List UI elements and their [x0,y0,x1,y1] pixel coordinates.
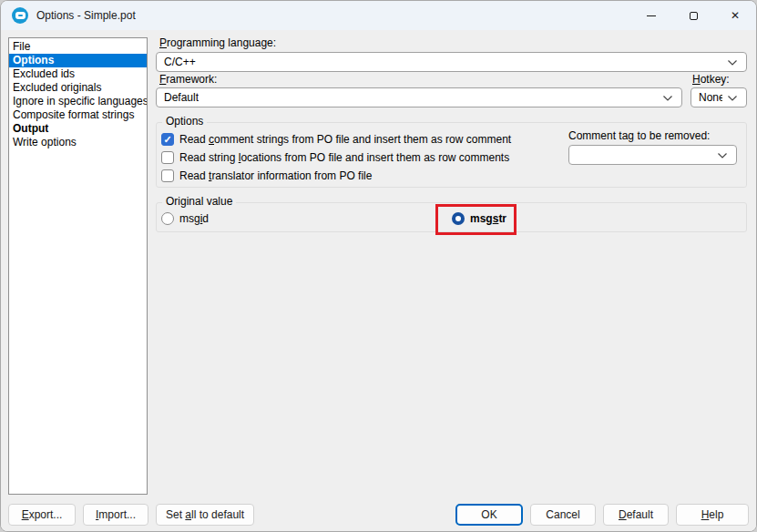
footer-left-buttons: Export... Import... Set all to default [8,504,254,526]
checkbox-label: Read translator information from PO file [179,169,372,182]
checkbox-label: Read string locations from PO file and i… [179,151,509,164]
hotkey-combobox[interactable]: None [691,87,747,107]
hotkey-label: Hotkey: [692,73,730,86]
sidebar-item-composite-format-strings[interactable]: Composite format strings [9,108,147,122]
checkbox-read-string-locations[interactable]: ✓ Read string locations from PO file and… [161,151,509,164]
help-button[interactable]: Help [676,504,749,526]
ok-button[interactable]: OK [455,504,523,526]
comment-tag-combobox[interactable] [568,145,737,165]
window-controls: ✕ [630,1,756,30]
check-icon: ✓ [163,135,171,145]
category-list: File Options Excluded ids Excluded origi… [8,37,148,495]
dialog-body: File Options Excluded ids Excluded origi… [1,30,756,532]
checkbox-read-comment-strings[interactable]: ✓ Read comment strings from PO file and … [161,133,511,146]
checkbox-icon: ✓ [161,151,174,164]
options-panel: Programming language: C/C++ Framework: D… [156,30,747,532]
window-title: Options - Simple.pot [36,9,136,22]
checkbox-read-translator-info[interactable]: ✓ Read translator information from PO fi… [161,169,372,182]
chevron-down-icon [662,95,673,102]
set-all-to-default-button[interactable]: Set all to default [156,504,254,526]
programming-language-value: C/C++ [164,56,196,68]
import-button[interactable]: Import... [83,504,148,526]
close-button[interactable]: ✕ [714,1,756,30]
export-button[interactable]: Export... [8,504,76,526]
framework-combobox[interactable]: Default [156,87,682,107]
minimize-button[interactable] [630,1,672,30]
app-icon [12,7,28,24]
framework-value: Default [164,91,199,104]
chevron-down-icon [727,95,738,102]
maximize-button[interactable] [672,1,714,30]
sidebar-item-ignore-languages[interactable]: Ignore in specific languages [9,95,147,108]
programming-language-label: Programming language: [159,36,276,49]
footer-right-buttons: OK Cancel Default Help [455,504,749,526]
checkbox-label: Read comment strings from PO file and in… [179,133,511,146]
close-icon: ✕ [731,10,740,21]
chevron-down-icon [717,152,728,159]
annotation-highlight-box [435,204,517,235]
sidebar-item-excluded-originals[interactable]: Excluded originals [9,81,147,95]
sidebar-item-output[interactable]: Output [9,122,147,136]
sidebar-item-excluded-ids[interactable]: Excluded ids [9,67,147,81]
maximize-icon [690,12,698,20]
radio-icon [161,212,174,225]
options-group-title: Options [162,115,207,128]
original-value-group-title: Original value [162,195,236,208]
sidebar-item-file[interactable]: File [9,40,147,54]
checkbox-icon: ✓ [161,133,174,146]
minimize-icon [647,15,656,16]
hotkey-value: None [699,91,722,104]
checkbox-icon: ✓ [161,169,174,182]
radio-msgid[interactable]: msgid [161,212,209,225]
framework-label: Framework: [159,73,217,86]
titlebar: Options - Simple.pot ✕ [1,1,756,30]
options-group: Options ✓ Read comment strings from PO f… [156,122,747,188]
default-button[interactable]: Default [603,504,669,526]
sidebar-item-write-options[interactable]: Write options [9,136,147,149]
radio-label: msgid [179,212,209,225]
options-dialog: Options - Simple.pot ✕ File Options Excl… [0,0,757,532]
sidebar-item-options[interactable]: Options [9,54,147,67]
chevron-down-icon [727,59,738,66]
cancel-button[interactable]: Cancel [530,504,596,526]
programming-language-combobox[interactable]: C/C++ [156,52,747,72]
comment-tag-label: Comment tag to be removed: [568,129,710,142]
